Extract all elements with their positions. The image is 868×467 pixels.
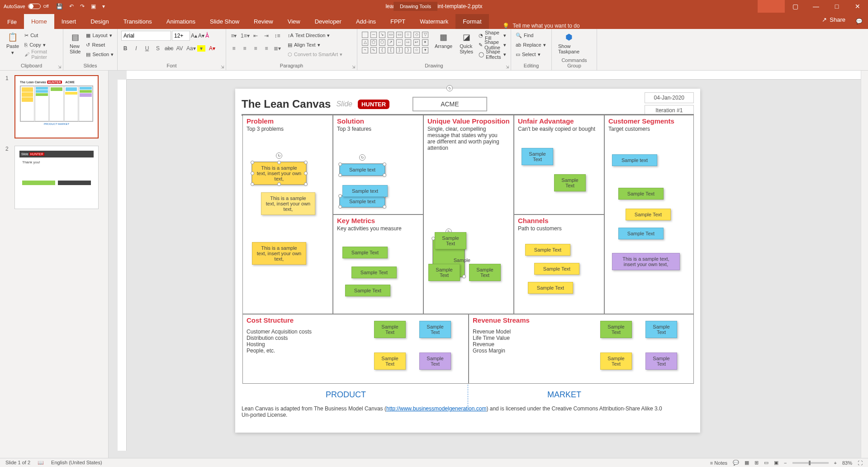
note-uvp-3[interactable]: Sample Text xyxy=(428,264,460,281)
zoom-out-icon[interactable]: − xyxy=(784,460,787,466)
thumbnail-1[interactable]: 1 The Lean Canvas HUNTER ACME PRODUCT MA… xyxy=(5,75,103,138)
spacing-icon[interactable]: AV xyxy=(175,45,184,52)
date-box[interactable]: 04-Jan-2020 xyxy=(645,92,694,103)
line-spacing-icon[interactable]: ↕≡ xyxy=(273,33,281,39)
autosave-switch-icon[interactable] xyxy=(28,4,41,9)
replace-button[interactable]: abReplace▾ xyxy=(515,40,547,49)
redo-icon[interactable]: ↷ xyxy=(80,3,85,10)
tab-review[interactable]: Review xyxy=(247,14,280,29)
note-metrics-3[interactable]: Sample Text xyxy=(345,285,390,296)
section-button[interactable]: ▤Section▾ xyxy=(85,50,114,59)
save-icon[interactable]: 💾 xyxy=(56,3,63,10)
align-center-icon[interactable]: ≡ xyxy=(241,45,249,52)
align-right-icon[interactable]: ≡ xyxy=(251,45,260,52)
increase-indent-icon[interactable]: ⇥ xyxy=(262,33,270,39)
slide-counter[interactable]: Slide 1 of 2 xyxy=(5,460,30,466)
tab-animations[interactable]: Animations xyxy=(159,14,203,29)
note-unfair-2[interactable]: Sample Text xyxy=(554,174,586,191)
zoom-slider[interactable] xyxy=(792,462,829,464)
tab-watermark[interactable]: Watermark xyxy=(413,14,455,29)
autosave-toggle[interactable]: AutoSave Off xyxy=(4,4,49,9)
note-cost-3[interactable]: Sample Text xyxy=(374,353,406,370)
company-name-box[interactable]: ↻ ACME xyxy=(413,97,486,111)
note-seg-3[interactable]: Sample Text xyxy=(626,209,671,220)
vertical-scrollbar[interactable] xyxy=(861,71,868,458)
thumbnail-2[interactable]: 2 Slide HUNTER Thank you! xyxy=(5,146,103,209)
notes-button[interactable]: ≡ Notes xyxy=(710,460,727,466)
cut-button[interactable]: ✂Cut xyxy=(24,31,59,40)
note-channels-1[interactable]: Sample Text xyxy=(525,244,570,256)
select-button[interactable]: ▭Select▾ xyxy=(515,50,547,59)
tab-file[interactable]: File xyxy=(0,15,24,29)
shape-outline-button[interactable]: ✎Shape Outline▾ xyxy=(478,40,507,49)
font-color-icon[interactable]: A▾ xyxy=(208,45,216,52)
show-taskpane-button[interactable]: ⬢Show Taskpane xyxy=(555,31,582,55)
qat-dropdown-icon[interactable]: ▾ xyxy=(102,3,105,10)
underline-icon[interactable]: U xyxy=(143,45,151,52)
undo-icon[interactable]: ↶ xyxy=(69,3,74,10)
language-status[interactable]: English (United States) xyxy=(51,460,102,466)
cell-revenue[interactable]: Revenue Streams Revenue Model Life Time … xyxy=(469,314,694,384)
slide-editor[interactable]: The Lean Canvas Slide HUNTER ↻ ACME 04-J… xyxy=(109,71,868,458)
note-solution-3[interactable]: Sample text xyxy=(342,185,388,197)
normal-view-icon[interactable]: ▦ xyxy=(745,460,749,466)
slide-title[interactable]: The Lean Canvas xyxy=(242,98,331,110)
font-name-input[interactable] xyxy=(121,31,171,41)
cell-cost[interactable]: Cost Structure Customer Acquisition cost… xyxy=(242,314,469,384)
tab-slideshow[interactable]: Slide Show xyxy=(203,14,247,29)
slide-thumbnails[interactable]: 1 The Lean Canvas HUNTER ACME PRODUCT MA… xyxy=(0,71,109,458)
align-text-button[interactable]: ▤Align Text▾ xyxy=(287,40,343,49)
fit-window-icon[interactable]: ⛶ xyxy=(858,460,863,466)
highlight-icon[interactable]: ▾ xyxy=(197,45,205,52)
align-left-icon[interactable]: ≡ xyxy=(230,45,238,52)
cell-solution[interactable]: Solution Top 3 features ↻ Sample text Sa… xyxy=(333,115,423,214)
tab-fppt[interactable]: FPPT xyxy=(383,14,413,29)
note-problem-3[interactable]: This is a sample text, insert your own t… xyxy=(252,242,306,265)
footer-link[interactable]: http://www.businessmodelgeneration.com xyxy=(386,405,486,412)
tab-home[interactable]: Home xyxy=(24,14,54,29)
tab-design[interactable]: Design xyxy=(83,14,116,29)
note-cost-2[interactable]: Sample Text xyxy=(419,321,451,338)
tab-addins[interactable]: Add-ins xyxy=(349,14,383,29)
note-rev-2[interactable]: Sample Text xyxy=(645,321,677,338)
close-icon[interactable]: ✕ xyxy=(847,0,868,13)
case-icon[interactable]: Aa▾ xyxy=(186,45,194,52)
cell-channels[interactable]: Channels Path to customers Sample Text S… xyxy=(514,214,604,314)
rotate-handle-icon[interactable]: ↻ xyxy=(359,154,365,161)
slide-canvas[interactable]: The Lean Canvas Slide HUNTER ↻ ACME 04-J… xyxy=(235,89,700,433)
note-solution-2[interactable]: Sample text xyxy=(340,195,385,207)
tab-transitions[interactable]: Transitions xyxy=(116,14,159,29)
paste-button[interactable]: 📋Paste▾ xyxy=(4,31,22,57)
reset-button[interactable]: ↺Reset xyxy=(85,40,114,49)
paragraph-launcher-icon[interactable]: ⇲ xyxy=(352,65,356,69)
note-seg-1[interactable]: Sample text xyxy=(612,154,657,166)
tab-developer[interactable]: Developer xyxy=(308,14,349,29)
tab-format[interactable]: Format xyxy=(455,14,489,29)
note-seg-4[interactable]: Sample Text xyxy=(618,228,664,239)
convert-smartart-button[interactable]: ⬡Convert to SmartArt▾ xyxy=(287,50,343,59)
note-solution-1[interactable]: ↻ Sample text xyxy=(340,164,385,176)
drawing-launcher-icon[interactable]: ⇲ xyxy=(506,65,509,69)
cell-problem[interactable]: Problem Top 3 problems ↻ This is a sampl… xyxy=(242,115,333,314)
justify-icon[interactable]: ≡ xyxy=(262,45,270,52)
shapes-gallery[interactable]: ─↘▭▭○◇▽ △⬠⬡↗↔⇨↩✦ ~∿({})☆▾ xyxy=(361,31,430,54)
comments-icon[interactable]: 💬 xyxy=(856,18,863,24)
note-seg-2[interactable]: Sample Text xyxy=(618,188,664,200)
maximize-icon[interactable]: □ xyxy=(826,0,847,13)
note-seg-5[interactable]: This is a sample text, insert your own t… xyxy=(612,253,680,270)
note-cost-1[interactable]: Sample Text xyxy=(374,321,406,338)
columns-icon[interactable]: ≣▾ xyxy=(273,45,281,52)
shape-fill-button[interactable]: ◔Shape Fill▾ xyxy=(478,31,507,40)
find-button[interactable]: 🔍Find xyxy=(515,31,547,40)
arrange-button[interactable]: ▦Arrange xyxy=(432,31,455,50)
copy-button[interactable]: ⎘Copy▾ xyxy=(24,40,59,49)
cell-uvp[interactable]: Unique Value Proposition Single, clear, … xyxy=(423,115,514,314)
rotate-handle-icon[interactable]: ↻ xyxy=(446,85,453,91)
quick-styles-button[interactable]: ◪Quick Styles xyxy=(457,31,476,55)
slideshow-view-icon[interactable]: ▣ xyxy=(774,460,778,466)
cell-metrics[interactable]: Key Metrics Key activities you measure S… xyxy=(333,214,423,314)
rotate-handle-icon[interactable]: ↻ xyxy=(276,152,282,159)
note-cost-4[interactable]: Sample Text xyxy=(419,353,451,370)
note-channels-2[interactable]: Sample Text xyxy=(534,263,579,275)
note-rev-4[interactable]: Sample Text xyxy=(645,353,677,370)
